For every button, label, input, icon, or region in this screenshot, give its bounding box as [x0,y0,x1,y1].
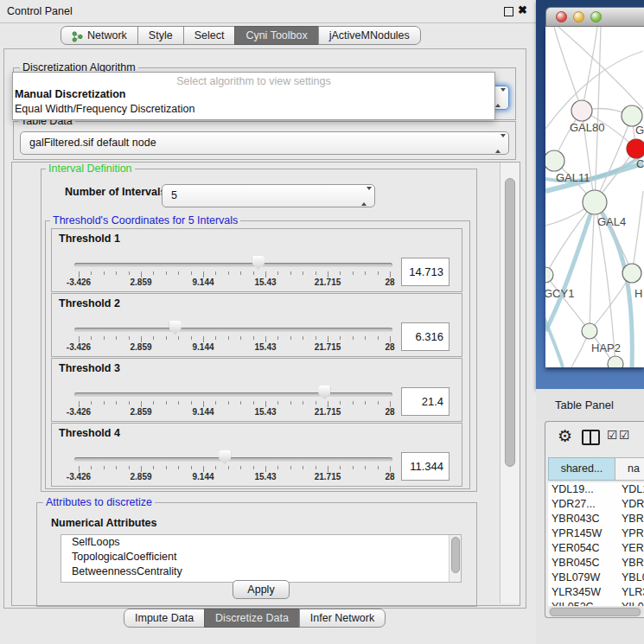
slider-zone[interactable]: -3.4262.8599.14415.4321.71528 [79,359,390,421]
list-item-selfloops[interactable]: SelfLoops [61,535,461,550]
combo-spinner-icon [495,137,502,150]
slider-zone[interactable]: -3.4262.8599.14415.4321.71528 [79,294,390,356]
threshold-value-field[interactable]: 6.316 [401,322,450,351]
table-row[interactable]: YPR145WYPR1 [548,526,644,541]
checkbox-icon[interactable]: ☑ [619,428,630,442]
tab-label: Discretize Data [215,609,289,627]
slider-thumb[interactable] [318,386,330,399]
slider-tick [303,401,303,405]
tab-network[interactable]: Network [61,26,138,45]
slider-zone[interactable]: -3.4262.8599.14415.4321.71528 [79,424,390,486]
slider-tick [253,336,254,340]
attributes-group-title: Attributes to discretize [43,496,155,508]
tab-infer-network[interactable]: Infer Network [299,609,386,628]
column-header-name[interactable]: na [615,457,644,481]
tab-cyni-toolbox[interactable]: Cyni Toolbox [234,26,318,45]
apply-button[interactable]: Apply [233,580,290,599]
slider-tick-label: 15.43 [254,407,276,417]
slider-tick [353,401,354,405]
tab-label: Style [149,27,173,44]
zoom-traffic-light[interactable] [590,11,602,22]
tab-impute-data[interactable]: Impute Data [124,609,205,628]
slider-tick-label: 2.859 [130,472,151,481]
slider-tick-label: 15.43 [254,472,276,481]
control-panel-title: Control Panel [7,0,73,22]
table-row[interactable]: YER054CYER0 [548,541,644,556]
slider-tick [390,271,391,277]
table-row[interactable]: YDL19...YDL1 [548,482,644,497]
cell-shared-name: YBL079W [552,571,600,585]
dropdown-option-manual-discretization[interactable]: Manual Discretization [15,87,126,101]
horizontal-scrollbar[interactable] [548,607,643,615]
checkbox-icon[interactable]: ☑ [607,428,618,442]
tab-jactivemnodules[interactable]: jActiveMNodules [318,26,421,45]
number-of-intervals-combobox[interactable]: 5 [162,184,375,207]
horizontal-scrollbar-thumb[interactable] [550,608,641,616]
network-window-titlebar[interactable] [545,7,644,27]
close-icon[interactable]: ✖ [518,3,527,16]
cell-shared-name: YPR145W [552,526,602,541]
slider-tick [79,401,80,407]
table-data-combobox[interactable]: galFiltered.sif default node [20,131,509,155]
slider-tick-label: 28 [385,342,394,352]
slider-tick [91,466,92,469]
list-item-topologicalcoefficient[interactable]: TopologicalCoefficient [61,550,461,564]
slider-tick [340,466,341,469]
list-scrollbar[interactable] [449,535,461,582]
tab-select[interactable]: Select [183,26,236,45]
slider-tick-label: 28 [385,407,394,417]
slider-thumb[interactable] [252,256,265,270]
slider-tick [116,271,117,275]
slider-tick-label: 2.859 [130,342,151,352]
table-panel-toolbar: ⚙ ☑ ☑ [545,422,644,456]
list-scrollbar-thumb[interactable] [451,537,460,573]
slider-thumb[interactable] [219,450,231,464]
split-columns-bar [590,431,591,443]
dropdown-option-equal-width-frequency-discretization[interactable]: Equal Width/Frequency Discretization [15,102,194,116]
table-row[interactable]: YBR043CYBR0 [548,512,644,526]
gear-icon[interactable]: ⚙ [558,426,572,446]
table-row[interactable]: YBL079WYBL0 [548,571,644,585]
slider-tick [178,466,179,469]
slider-tick [153,271,154,275]
numerical-attributes-list[interactable]: SelfLoopsTopologicalCoefficientBetweenne… [61,534,462,583]
slider-tick [290,271,291,275]
slider-tick [203,401,204,407]
slider-thumb[interactable] [169,321,182,335]
cell-shared-name: YER054C [552,541,600,556]
slider-tick [290,466,291,469]
split-columns-icon[interactable] [582,430,600,445]
slider-tick [353,271,354,275]
svg-text:GAL11: GAL11 [556,171,590,184]
threshold-value-field[interactable]: 14.713 [401,258,450,286]
vertical-scrollbar[interactable] [500,163,520,603]
slider-zone[interactable]: -3.4262.8599.14415.4321.71528 [79,229,390,291]
table-row[interactable]: YLR345WYLR3 [548,585,644,600]
threshold-value-field[interactable]: 21.4 [401,387,450,416]
slider-tick [215,401,216,405]
slider-tick [378,336,379,340]
table-row[interactable]: YBR045CYBR0 [548,556,644,571]
threshold-value-field[interactable]: 11.344 [401,452,450,481]
close-traffic-light[interactable] [556,11,567,22]
tab-discretize-data[interactable]: Discretize Data [204,609,300,628]
tab-style[interactable]: Style [137,26,184,45]
svg-text:GAL4: GAL4 [597,215,626,228]
list-item-betweennesscentrality[interactable]: BetweennessCentrality [61,564,461,579]
slider-tick [178,336,179,340]
table-panel-title: Table Panel [555,389,614,421]
cyni-toolbox-panel: Discretization Algorithm Select algorith… [3,48,526,609]
cell-name: YDL1 [622,482,644,497]
threshold-row-threshold-4: Threshold 4-3.4262.8599.14415.4321.71528… [51,423,462,487]
slider-tick [191,466,192,469]
float-window-icon[interactable] [504,7,513,16]
table-row[interactable]: YIL052CYIL0 [548,600,644,606]
minimize-traffic-light[interactable] [573,11,584,22]
column-header-shared-name[interactable]: shared... [548,457,615,481]
cell-name: YBR0 [622,512,644,526]
slider-tick [129,271,130,275]
vertical-scrollbar-thumb[interactable] [505,178,515,467]
table-row[interactable]: YDR27...YDR2 [548,497,644,512]
network-canvas[interactable]: GAL80GACGAL11GAL4GCY1HHAP2 [545,27,644,367]
slider-tick [303,271,303,275]
